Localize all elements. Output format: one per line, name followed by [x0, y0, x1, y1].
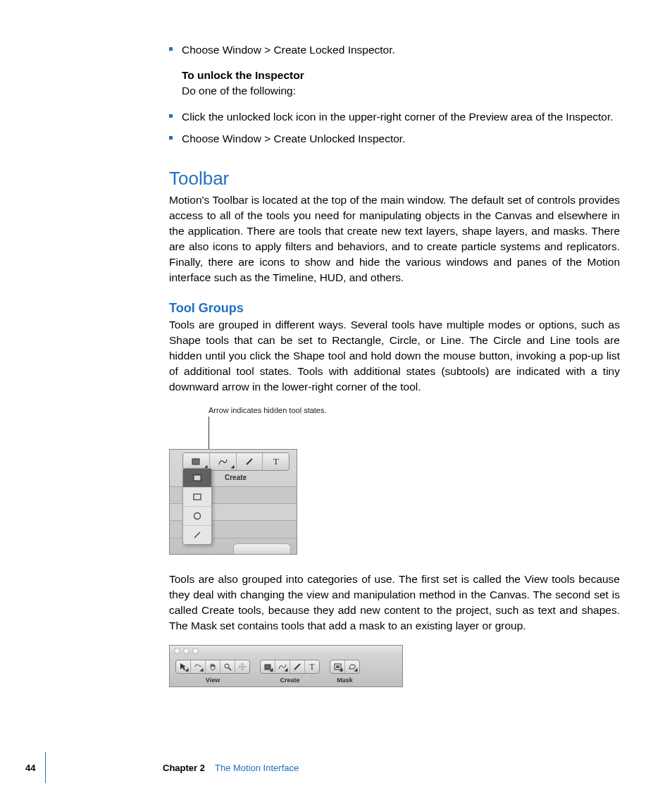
svg-rect-0: [192, 459, 199, 464]
list-item: Choose Window > Create Unlocked Inspecto…: [169, 131, 620, 147]
svg-point-6: [225, 664, 229, 668]
rectangle-tool-icon: [261, 660, 275, 673]
footer-divider: [45, 752, 46, 783]
pan-tool-icon: [206, 660, 220, 673]
unlock-steps: To unlock the Inspector Do one of the fo…: [182, 68, 620, 99]
mask-group-label: Mask: [337, 677, 353, 684]
toolgroups-body1: Tools are grouped in different ways. Sev…: [169, 317, 620, 395]
line-option-icon: [183, 526, 211, 544]
create-group-label: Create: [280, 677, 299, 684]
window-titlebar: [170, 646, 402, 655]
paint-tool-icon: [237, 453, 263, 470]
mask-buttons: [330, 660, 360, 674]
text-tool-icon: T: [263, 453, 289, 470]
traffic-light-icon: [192, 648, 199, 654]
traffic-light-icon: [183, 648, 189, 654]
chapter-label: Chapter 2: [163, 763, 205, 773]
document-page: Choose Window > Create Locked Inspector.…: [0, 0, 672, 807]
bullet-list-unlock: Click the unlocked lock icon in the uppe…: [169, 109, 620, 147]
circle-option-icon: [183, 507, 211, 526]
zoom-tool-icon: [220, 660, 235, 673]
page-number: 44: [25, 763, 45, 773]
list-item: Click the unlocked lock icon in the uppe…: [169, 109, 620, 125]
mask-tool-group: Mask: [330, 660, 360, 684]
text-tool-icon: T: [305, 660, 319, 673]
svg-line-7: [229, 668, 232, 671]
rectangle-outline-option-icon: [183, 488, 211, 507]
rect-mask-tool-icon: [330, 660, 345, 673]
svg-rect-3: [194, 494, 201, 500]
create-buttons: T: [260, 660, 320, 674]
figure-panel: T Create: [169, 449, 297, 555]
bezier-tool-icon: [210, 453, 237, 470]
unlock-instruction: Do one of the following:: [182, 83, 620, 99]
toolbar-bar: View T Create Mask: [170, 655, 402, 686]
bezier-tool-icon: [275, 660, 290, 673]
toolgroups-body2: Tools are also grouped into categories o…: [169, 572, 620, 634]
rectangle-option-icon: [183, 469, 211, 488]
freehand-mask-tool-icon: [345, 660, 359, 673]
svg-point-4: [194, 513, 201, 519]
section-heading-toolbar: Toolbar: [169, 168, 620, 190]
move-tool-icon: [235, 660, 249, 673]
figure-toolbar-categories: View T Create Mask: [169, 645, 403, 687]
view-group-label: View: [206, 677, 220, 684]
list-item: Choose Window > Create Locked Inspector.: [169, 42, 620, 58]
main-content: Choose Window > Create Locked Inspector.…: [169, 42, 620, 701]
toolbar-body: Motion's Toolbar is located at the top o…: [169, 192, 620, 285]
figure-callout: Arrow indicates hidden tool states.: [209, 406, 620, 415]
unlock-heading: To unlock the Inspector: [182, 68, 620, 83]
view-tool-group: View: [175, 660, 250, 684]
callout-leader-line: [209, 417, 209, 449]
bullet-list-lock: Choose Window > Create Locked Inspector.: [169, 42, 620, 58]
page-footer: 44 Chapter 2 The Motion Interface: [25, 752, 617, 783]
select-tool-icon: [176, 660, 191, 673]
svg-rect-2: [194, 475, 201, 481]
svg-line-9: [294, 664, 300, 670]
create-tool-group: T Create: [260, 660, 320, 684]
figure-tool-popup: Arrow indicates hidden tool states.: [169, 406, 620, 555]
view-buttons: [175, 660, 250, 674]
transform-tool-icon: [191, 660, 206, 673]
shape-tool-popup: [182, 468, 212, 545]
figure-edge: [233, 543, 291, 554]
subtool-arrow-icon: [230, 465, 234, 469]
create-group-label: Create: [225, 474, 247, 481]
svg-line-5: [194, 532, 200, 538]
subsection-heading-toolgroups: Tool Groups: [169, 301, 620, 316]
traffic-light-icon: [174, 648, 180, 654]
chapter-title: The Motion Interface: [215, 763, 299, 773]
paint-tool-icon: [290, 660, 305, 673]
svg-line-1: [247, 459, 252, 464]
